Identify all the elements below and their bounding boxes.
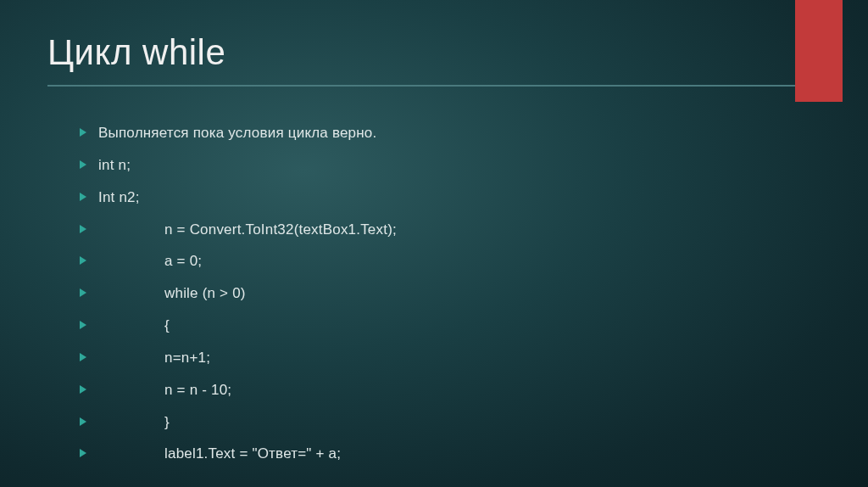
list-item: a = 0; xyxy=(80,250,821,272)
list-item: } xyxy=(80,411,821,434)
list-item: n = Convert.ToInt32(textBox1.Text); xyxy=(80,219,821,241)
list-item: { xyxy=(80,315,821,337)
list-item: Int n2; xyxy=(80,187,821,209)
list-item: n = n - 10; xyxy=(80,379,821,401)
bullet-text: n = n - 10; xyxy=(164,382,231,398)
list-item: n=n+1; xyxy=(80,347,821,369)
bullet-text: label1.Text = "Ответ=" + a; xyxy=(164,445,341,462)
list-item: while (n > 0) xyxy=(80,283,821,305)
bullet-text: Int n2; xyxy=(98,189,140,205)
list-item: int n; xyxy=(80,154,821,176)
bullet-text: Выполняется пока условия цикла верно. xyxy=(98,125,376,141)
list-item: Выполняется пока условия цикла верно. xyxy=(80,122,821,144)
bullet-text: while (n > 0) xyxy=(164,285,246,301)
bullet-text: n=n+1; xyxy=(164,350,210,366)
bullet-text: int n; xyxy=(98,157,131,173)
slide-body: Цикл while Выполняется пока условия цикл… xyxy=(0,0,868,466)
title-underline xyxy=(47,85,802,87)
list-item: label1.Text = "Ответ=" + a; xyxy=(80,443,821,465)
bullet-text: a = 0; xyxy=(164,253,202,269)
bullet-text: n = Convert.ToInt32(textBox1.Text); xyxy=(164,221,397,238)
bullet-text: } xyxy=(164,414,170,430)
slide-title: Цикл while xyxy=(47,32,821,73)
accent-bar xyxy=(795,0,843,102)
bullet-text: { xyxy=(164,317,170,333)
bullet-list: Выполняется пока условия цикла верно. in… xyxy=(47,122,821,466)
